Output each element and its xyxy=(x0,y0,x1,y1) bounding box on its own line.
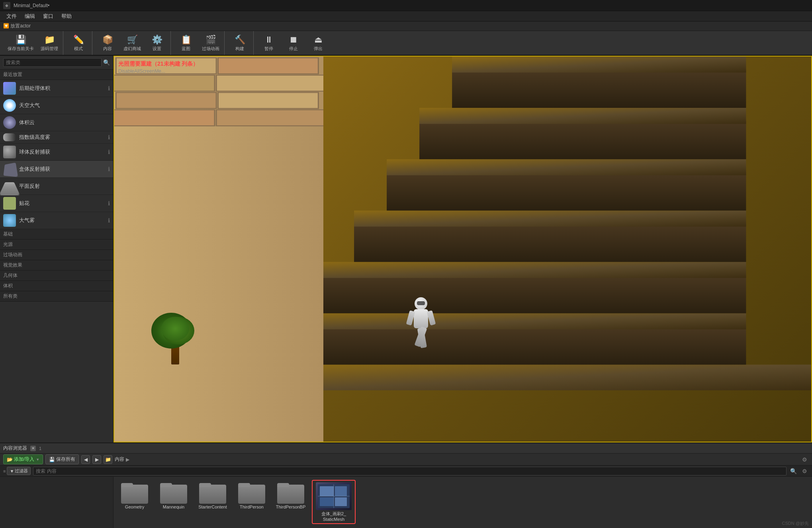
sky-icon xyxy=(3,99,16,112)
svg-rect-17 xyxy=(116,92,216,108)
section-all: 所有类 xyxy=(0,291,113,302)
add-import-button[interactable]: 📂 添加/导入 ▼ xyxy=(3,454,43,464)
panel-item-atmosphere[interactable]: 大气雾 ℹ xyxy=(0,212,113,229)
menu-help[interactable]: 帮助 xyxy=(58,12,75,21)
search-input[interactable] xyxy=(3,58,102,67)
content-search-input[interactable] xyxy=(33,467,787,475)
folder-thirdpersonbp[interactable]: ThirdPersonBP xyxy=(273,480,309,511)
postprocess-icon xyxy=(3,82,16,95)
viewport-scene: 光照需要重建（21未构建 列条） DisableAllScreenMe... xyxy=(114,57,811,442)
panel-item-decal[interactable]: 贴花 ℹ xyxy=(0,195,113,212)
source-label: 源码管理 xyxy=(41,46,58,52)
filter-label: 过滤器 xyxy=(15,468,28,474)
box-reflect-label: 盒体反射捕获 xyxy=(19,166,105,173)
mode-button[interactable]: ✏️ 模式 xyxy=(67,32,90,54)
toolbar-group-mode: ✏️ 模式 xyxy=(65,31,92,55)
breadcrumb-sep: ▶ xyxy=(126,457,129,462)
section-visual: 视觉效果 xyxy=(0,260,113,271)
content-grid: Geometry Mannequin StarterContent ThirdP… xyxy=(113,477,812,528)
save-label: 保存当前关卡 xyxy=(8,46,34,52)
filter-funnel-icon: ▼ xyxy=(10,469,14,473)
panel-item-volumetric[interactable]: 体积云 xyxy=(0,114,113,131)
svg-rect-16 xyxy=(216,75,323,91)
nav-forward-button[interactable]: ▶ xyxy=(92,455,101,464)
panel-item-fog[interactable]: 指数级高度雾 ℹ xyxy=(0,131,113,144)
save-button[interactable]: 💾 保存当前关卡 xyxy=(5,32,37,54)
stop-button[interactable]: ⏹ 停止 xyxy=(282,32,305,54)
source-icon: 📁 xyxy=(44,35,55,45)
save-all-button[interactable]: 💾 保存所有 xyxy=(45,454,79,464)
folder-mannequin-label: Mannequin xyxy=(163,505,184,509)
eject-button[interactable]: ⏏ 弹出 xyxy=(306,32,330,54)
title-bar: ◆ Minimal_Default• xyxy=(0,0,812,11)
content-button[interactable]: 📦 内容 xyxy=(96,32,119,54)
blueprint-icon: 📋 xyxy=(181,35,192,45)
section-cinematic: 过场动画 xyxy=(0,250,113,260)
pause-button[interactable]: ⏸ 暂停 xyxy=(257,32,281,54)
mode-label: 模式 xyxy=(74,46,83,52)
sphere-info-icon: ℹ xyxy=(108,149,110,155)
add-import-icon: 📂 xyxy=(7,457,13,462)
section-recent: 最近放置 xyxy=(0,70,113,80)
svg-rect-15 xyxy=(114,75,215,91)
build-button[interactable]: 🔨 构建 xyxy=(228,32,252,54)
toolbar-group-file: 💾 保存当前关卡 📁 源码管理 xyxy=(3,31,63,55)
toolbar-group-content: 📦 内容 🛒 虚幻商城 ⚙️ 设置 xyxy=(94,31,171,55)
folder-startercontent[interactable]: StarterContent xyxy=(195,480,231,511)
folder-thirdperson-icon xyxy=(238,481,265,504)
menu-file[interactable]: 文件 xyxy=(3,12,20,21)
section-light: 光源 xyxy=(0,240,113,250)
fog-label: 指数级高度雾 xyxy=(19,134,105,141)
panel-item-planarreflect[interactable]: 平面反射 xyxy=(0,178,113,195)
left-content-nav xyxy=(0,477,113,528)
asset-boxdraw[interactable]: 盒体_画刷2_StaticMesh xyxy=(312,480,356,524)
settings-label: 设置 xyxy=(153,46,161,52)
nav-back-button[interactable]: ◀ xyxy=(81,455,90,464)
breadcrumb-content[interactable]: 内容 xyxy=(115,456,124,463)
svg-rect-22 xyxy=(320,486,334,496)
cb-settings-icon[interactable]: ⚙ xyxy=(800,455,809,464)
blueprint-button[interactable]: 📋 蓝图 xyxy=(174,32,198,54)
nav-folder-button[interactable]: 📁 xyxy=(104,455,112,464)
atmosphere-label: 大气雾 xyxy=(19,217,105,224)
search-extra-icon[interactable]: ⚙ xyxy=(800,467,809,475)
left-panel: 🔍 最近放置 后期处理体积 ℹ 天空大气 体积云 指数级高度雾 ℹ 球体反射捕获… xyxy=(0,56,113,442)
panel-item-sky[interactable]: 天空大气 xyxy=(0,97,113,114)
menu-edit[interactable]: 编辑 xyxy=(22,12,38,21)
cinematic-icon: 🎬 xyxy=(205,35,216,45)
search-icon: 🔍 xyxy=(103,59,110,66)
plant xyxy=(149,297,201,364)
cinematic-button[interactable]: 🎬 过场动画 xyxy=(199,32,223,54)
filter-button[interactable]: ▼ 过滤器 xyxy=(7,467,31,475)
panel-item-spherereflect[interactable]: 球体反射捕获 ℹ xyxy=(0,144,113,161)
market-button[interactable]: 🛒 虚幻商城 xyxy=(120,32,144,54)
viewport[interactable]: 光照需要重建（21未构建 列条） DisableAllScreenMe... xyxy=(113,56,812,442)
panel-item-boxreflect[interactable]: 盒体反射捕获 ℹ xyxy=(0,161,113,178)
svg-rect-4 xyxy=(321,262,746,278)
content-browser-close[interactable]: ✕ xyxy=(30,446,36,451)
decal-info-icon: ℹ xyxy=(108,200,110,207)
menu-bar: 文件 编辑 窗口 帮助 xyxy=(0,11,812,21)
settings-button[interactable]: ⚙️ 设置 xyxy=(145,32,169,54)
folder-mannequin[interactable]: Mannequin xyxy=(156,480,192,511)
asset-boxdraw-label: 盒体_画刷2_StaticMesh xyxy=(321,511,346,522)
svg-rect-25 xyxy=(335,497,347,506)
search-settings-icon[interactable]: 🔍 xyxy=(789,467,798,475)
cinematic-label: 过场动画 xyxy=(202,46,219,52)
svg-rect-19 xyxy=(114,110,215,126)
search-content-bar: ≡ ▼ 过滤器 🔍 ⚙ xyxy=(0,466,812,477)
panel-item-postprocess[interactable]: 后期处理体积 ℹ xyxy=(0,80,113,97)
menu-window[interactable]: 窗口 xyxy=(40,12,57,21)
market-icon: 🛒 xyxy=(127,35,138,45)
folder-mannequin-icon xyxy=(160,481,187,504)
section-basic: 基础 xyxy=(0,229,113,240)
folder-thirdperson[interactable]: ThirdPerson xyxy=(234,480,270,511)
folder-geometry[interactable]: Geometry xyxy=(117,480,153,511)
mode-icon: ✏️ xyxy=(73,35,84,45)
source-button[interactable]: 📁 源码管理 xyxy=(37,32,61,54)
postprocess-info-icon: ℹ xyxy=(108,85,110,92)
place-actor-bar[interactable]: 🔽 放置actor xyxy=(0,21,812,31)
pause-icon: ⏸ xyxy=(264,35,273,45)
sphere-reflect-icon xyxy=(3,146,16,158)
robot-figure xyxy=(407,297,435,357)
